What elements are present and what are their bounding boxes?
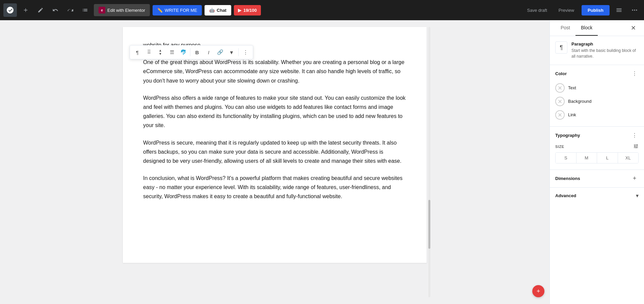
link-color-label: Link: [568, 112, 576, 117]
typography-menu-button[interactable]: ⋮: [630, 131, 639, 140]
editor-area: website for any purpose. ¶ ⠿ ▲▼ ☰ 🐬 B I …: [0, 20, 549, 304]
dimensions-title: Dimensions: [555, 176, 580, 181]
preview-button[interactable]: Preview: [555, 5, 578, 16]
size-buttons: S M L XL: [555, 152, 639, 163]
text-color-circle[interactable]: [555, 83, 565, 93]
fab-add-button[interactable]: +: [532, 285, 544, 297]
more-options-button[interactable]: [628, 4, 641, 16]
background-color-label: Background: [568, 99, 591, 104]
color-section-title: Color: [555, 71, 567, 76]
toolbar-separator-1: [190, 48, 190, 56]
main-layout: website for any purpose. ¶ ⠿ ▲▼ ☰ 🐬 B I …: [0, 20, 644, 304]
dimensions-add-button[interactable]: +: [630, 175, 639, 183]
chat-label: Chat: [217, 8, 226, 13]
size-l-button[interactable]: L: [597, 153, 618, 163]
undo-button[interactable]: [49, 4, 61, 16]
block-type-icon: ¶: [555, 41, 567, 54]
color-section: Color ⋮ Text Background Link: [550, 65, 644, 126]
typography-header: Typography ⋮: [555, 131, 639, 140]
move-up-down-icon[interactable]: ▲▼: [155, 47, 166, 58]
color-section-header: Color ⋮: [555, 70, 639, 78]
topbar-right: Save draft Preview Publish: [523, 4, 641, 16]
wp-logo: [3, 3, 17, 17]
save-draft-button[interactable]: Save draft: [523, 5, 551, 16]
write-for-me-label: WRITE FOR ME: [165, 8, 197, 13]
sidebar-tabs: Post Block ✕: [550, 20, 644, 36]
text-color-label: Text: [568, 85, 576, 90]
paragraph-4[interactable]: In conclusion, what is WordPress? It's a…: [143, 174, 406, 201]
edit-elementor-button[interactable]: e Edit with Elementor: [94, 4, 150, 16]
write-for-me-button[interactable]: ✏️ WRITE FOR ME: [153, 5, 202, 16]
size-xl-button[interactable]: XL: [618, 153, 639, 163]
publish-button[interactable]: Publish: [582, 5, 610, 16]
text-color-item[interactable]: Text: [555, 81, 639, 95]
elementor-logo-icon: e: [99, 7, 105, 13]
word-count-button[interactable]: ▶ 19/100: [234, 5, 261, 16]
size-label-text: SIZE: [555, 145, 564, 149]
block-info: ¶ Paragraph Start with the basic buildin…: [550, 36, 644, 65]
elementor-button-label: Edit with Elementor: [107, 8, 145, 13]
more-rich-text-button[interactable]: ▼: [226, 47, 237, 58]
editor-scrollbar[interactable]: [428, 27, 431, 297]
toolbar-separator-2: [238, 48, 239, 56]
bold-button[interactable]: B: [192, 47, 203, 58]
advanced-title: Advanced: [555, 193, 576, 198]
advanced-chevron-icon: ▾: [636, 192, 639, 199]
svg-point-3: [632, 9, 633, 10]
typography-section: Typography ⋮ SIZE S M L XL: [550, 126, 644, 170]
paragraph-icon[interactable]: ¶: [132, 47, 143, 58]
word-count-label: 19/100: [243, 8, 257, 13]
paragraph-1[interactable]: One of the great things about WordPress …: [143, 58, 406, 85]
topbar: e Edit with Elementor ✏️ WRITE FOR ME 🤖 …: [0, 0, 644, 20]
size-s-button[interactable]: S: [556, 153, 576, 163]
settings-button[interactable]: [613, 4, 625, 16]
pencil-sparkle-icon: ✏️: [157, 8, 163, 13]
tab-block[interactable]: Block: [575, 20, 598, 36]
sidebar: Post Block ✕ ¶ Paragraph Start with the …: [549, 20, 644, 304]
block-info-text: Paragraph Start with the basic building …: [571, 41, 639, 59]
background-color-item[interactable]: Background: [555, 95, 639, 108]
list-view-button[interactable]: [79, 4, 91, 16]
paragraph-3[interactable]: WordPress is secure, meaning that it is …: [143, 138, 406, 166]
size-filter-icon[interactable]: [633, 144, 639, 150]
italic-button[interactable]: I: [203, 47, 214, 58]
background-color-circle[interactable]: [555, 97, 565, 106]
align-icon[interactable]: ☰: [166, 47, 177, 58]
drag-handle-icon[interactable]: ⠿: [143, 47, 154, 58]
emoji-icon[interactable]: 🐬: [178, 47, 189, 58]
redo-button[interactable]: [64, 4, 76, 16]
block-name: Paragraph: [571, 41, 639, 47]
paragraph-2[interactable]: WordPress also offers a wide range of fe…: [143, 93, 406, 130]
editor-wrapper: website for any purpose. ¶ ⠿ ▲▼ ☰ 🐬 B I …: [123, 27, 427, 297]
svg-rect-1: [617, 10, 622, 10]
chat-button[interactable]: 🤖 Chat: [205, 5, 231, 16]
size-label: SIZE: [555, 144, 639, 150]
block-more-button[interactable]: ⋮: [240, 47, 251, 58]
word-count-icon: ▶: [238, 8, 241, 13]
size-section: SIZE S M L XL: [555, 144, 639, 165]
svg-rect-0: [617, 8, 622, 9]
block-toolbar: ¶ ⠿ ▲▼ ☰ 🐬 B I 🔗 ▼ ⋮: [130, 45, 253, 59]
block-description: Start with the basic building block of a…: [571, 48, 639, 59]
typography-title: Typography: [555, 133, 580, 138]
tab-post[interactable]: Post: [555, 20, 575, 36]
pen-button[interactable]: [34, 4, 47, 16]
chat-avatar-icon: 🤖: [209, 8, 215, 13]
link-color-circle[interactable]: [555, 110, 565, 120]
dimensions-section: Dimensions +: [550, 170, 644, 187]
svg-rect-2: [617, 11, 622, 12]
editor-content[interactable]: website for any purpose. ¶ ⠿ ▲▼ ☰ 🐬 B I …: [123, 27, 427, 263]
svg-point-4: [634, 9, 635, 10]
svg-point-5: [636, 9, 637, 10]
add-button[interactable]: [20, 4, 32, 16]
color-section-menu-button[interactable]: ⋮: [630, 70, 639, 78]
size-m-button[interactable]: M: [576, 153, 597, 163]
link-button[interactable]: 🔗: [215, 47, 225, 58]
sidebar-close-button[interactable]: ✕: [628, 23, 639, 33]
advanced-section[interactable]: Advanced ▾: [550, 187, 644, 204]
link-color-item[interactable]: Link: [555, 108, 639, 122]
